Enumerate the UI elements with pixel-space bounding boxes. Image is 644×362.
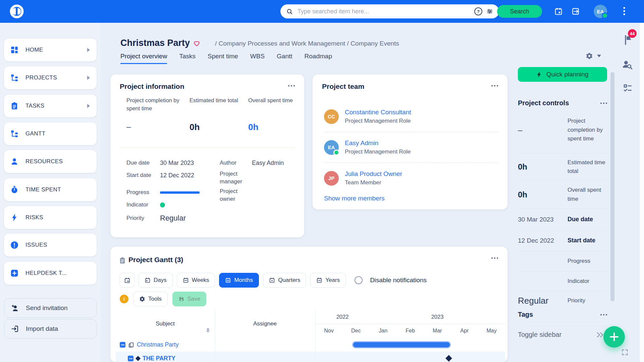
- lightning-bolt-icon: [537, 71, 542, 78]
- months-button-active[interactable]: Months: [219, 273, 259, 288]
- tab-spent-time[interactable]: Spent time: [208, 53, 238, 64]
- sidebar-item-risks[interactable]: RISKS: [4, 206, 97, 229]
- logout-icon[interactable]: [571, 7, 580, 16]
- disable-notifications-label[interactable]: Disable notifications: [370, 277, 427, 284]
- timeline-years-row: 2022 2023: [315, 310, 505, 324]
- completion-label: Project completion by spent time: [568, 117, 607, 143]
- user-search-icon[interactable]: [622, 59, 633, 70]
- sidebar-item-time-spent[interactable]: TIME SPENT: [4, 178, 97, 201]
- sidebar-item-tasks[interactable]: TASKS: [4, 95, 97, 117]
- fullscreen-icon[interactable]: [621, 349, 629, 356]
- toggle-sidebar-button[interactable]: Toggle sidebar: [518, 331, 607, 339]
- spent-label: Overall spent time: [568, 186, 607, 203]
- avatar-initials: EA: [328, 144, 335, 150]
- indicator-label: Indicator: [568, 277, 607, 286]
- gantt-bar[interactable]: [352, 341, 451, 348]
- user-avatar[interactable]: EA: [594, 5, 607, 18]
- disable-notifications-checkbox[interactable]: [355, 276, 363, 284]
- sidebar-item-gantt[interactable]: GANTT: [4, 122, 97, 145]
- progress-label: Progress: [126, 189, 160, 196]
- card-menu-icon[interactable]: [491, 85, 498, 86]
- project-team-title: Project team: [322, 82, 364, 90]
- panel-scrollbar[interactable]: [610, 72, 614, 301]
- import-data-label: Import data: [26, 325, 58, 333]
- progress-label: Progress: [568, 257, 607, 265]
- tools-button[interactable]: Tools: [133, 292, 168, 306]
- search-button[interactable]: Search: [497, 5, 542, 18]
- sidebar-item-label: GANTT: [25, 130, 46, 137]
- team-member-row[interactable]: JP Julia Product Owner Team Member: [324, 163, 499, 193]
- sidebar-item-resources[interactable]: RESOURCES: [4, 150, 97, 173]
- chevrons-right-icon: [596, 332, 604, 338]
- weeks-button[interactable]: Weeks: [177, 273, 215, 288]
- kebab-menu-icon[interactable]: [623, 7, 625, 15]
- milestone-diamond[interactable]: [445, 355, 452, 362]
- weeks-label: Weeks: [192, 277, 209, 284]
- sidebar-item-label: HOME: [25, 47, 43, 53]
- project-info-details-left: Due date 30 Mar 2023 Start date 12 Dec 2…: [126, 157, 222, 225]
- breadcrumb[interactable]: / Company Processes and Work Management …: [215, 40, 399, 47]
- chevron-down-icon: [597, 55, 601, 57]
- subject-column-header[interactable]: Subject: [116, 310, 215, 338]
- lightning-bolt-icon: [10, 213, 19, 222]
- tab-gantt[interactable]: Gantt: [277, 53, 292, 64]
- days-button[interactable]: Days: [139, 273, 173, 288]
- member-name-link[interactable]: Julia Product Owner: [345, 170, 402, 178]
- sidebar-item-helpdesk[interactable]: HELPDESK T...: [4, 262, 97, 285]
- show-more-members-link[interactable]: Show more members: [324, 195, 385, 202]
- team-member-row[interactable]: CC Constantine Consultant Project Manage…: [324, 101, 499, 132]
- calendar-icon[interactable]: [554, 7, 563, 16]
- add-new-fab-button[interactable]: [603, 326, 625, 348]
- global-search-bar: ?: [280, 4, 499, 18]
- sort-icon[interactable]: [206, 328, 210, 333]
- tab-wbs[interactable]: WBS: [250, 53, 265, 64]
- search-filter-icon[interactable]: [486, 8, 493, 15]
- send-invitation-button[interactable]: Send invitation: [4, 298, 97, 318]
- collapse-icon[interactable]: [120, 342, 125, 348]
- calendar-icon: [316, 277, 322, 283]
- estimated-label: Estimated time total: [190, 97, 238, 122]
- info-icon[interactable]: i: [120, 295, 128, 303]
- tab-roadmap[interactable]: Roadmap: [305, 53, 332, 64]
- tags-menu-icon[interactable]: [600, 314, 607, 315]
- calendar-range-button[interactable]: [120, 273, 135, 288]
- import-data-button[interactable]: Import data: [4, 319, 97, 339]
- card-menu-icon[interactable]: [491, 257, 498, 259]
- team-member-row[interactable]: EA Easy Admin Project Management Role: [324, 132, 499, 163]
- panel-row-start-date: 12 Dec 2022 Start date: [518, 231, 607, 251]
- quick-planning-button[interactable]: Quick planning: [518, 67, 607, 82]
- sidebar-item-home[interactable]: HOME: [4, 39, 97, 61]
- indicator-label: Indicator: [126, 201, 160, 209]
- start-date-label: Start date: [126, 172, 160, 179]
- quarters-button[interactable]: Quarters: [263, 273, 306, 288]
- panel-menu-icon[interactable]: [600, 103, 607, 104]
- estimated-value: 0h: [190, 122, 238, 132]
- tags-title: Tags: [518, 311, 533, 318]
- sidebar-item-issues[interactable]: ISSUES: [4, 234, 97, 256]
- app-logo-icon[interactable]: [9, 3, 25, 19]
- tab-tasks[interactable]: Tasks: [179, 53, 196, 64]
- online-status-dot: [333, 149, 339, 156]
- sidebar-item-projects[interactable]: PROJECTS: [4, 66, 97, 89]
- tab-project-overview[interactable]: Project overview: [120, 53, 167, 64]
- month-label: Dec: [342, 324, 370, 338]
- save-button[interactable]: Save: [172, 292, 207, 306]
- calendar-icon: [145, 277, 151, 283]
- member-name-link[interactable]: Easy Admin: [345, 139, 411, 147]
- collapse-icon[interactable]: [128, 356, 133, 361]
- gantt-subject-link[interactable]: Christmas Party: [137, 341, 178, 348]
- search-input[interactable]: [297, 8, 470, 15]
- gantt-subject-link[interactable]: THE PARTY: [143, 355, 175, 362]
- sidebar-item-label: PROJECTS: [25, 74, 57, 81]
- help-icon[interactable]: ?: [474, 7, 482, 15]
- assignee-column-header[interactable]: Assignee: [215, 310, 315, 338]
- checklist-icon[interactable]: [623, 83, 633, 93]
- panel-row-estimated: 0h Estimated time total: [518, 154, 607, 181]
- member-name-link[interactable]: Constantine Consultant: [345, 109, 411, 116]
- card-menu-icon[interactable]: [288, 85, 295, 86]
- favorite-heart-icon[interactable]: [193, 39, 201, 47]
- page-settings-menu[interactable]: [586, 52, 601, 60]
- completion-label: Project completion by spent time: [126, 97, 179, 122]
- author-value[interactable]: Easy Admin: [252, 160, 284, 167]
- years-button[interactable]: Years: [310, 273, 346, 288]
